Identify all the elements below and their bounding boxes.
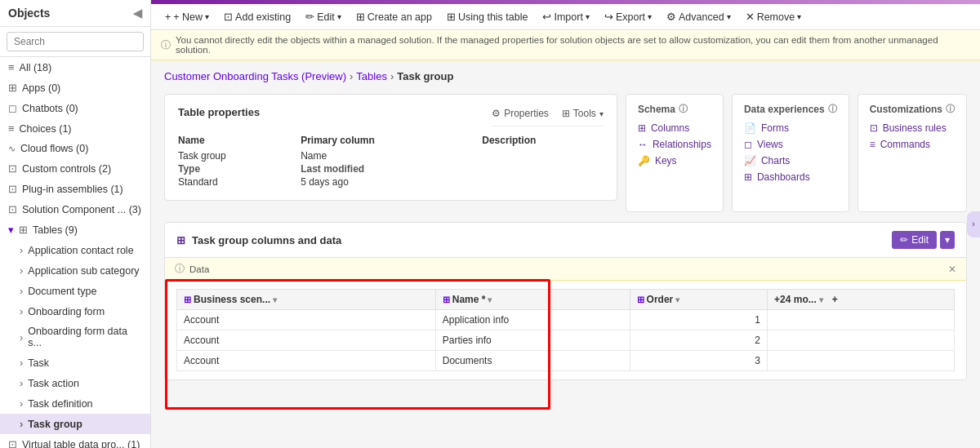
chevron-right-icon: › xyxy=(972,220,974,228)
sidebar-item-all[interactable]: ≡ All (18) xyxy=(0,57,150,78)
breadcrumb: Customer Onboarding Tasks (Preview) › Ta… xyxy=(164,70,967,82)
add-col-icon[interactable]: + xyxy=(832,294,838,305)
sidebar-items-list: ≡ All (18) ⊞ Apps (0) ◻ Chatbots (0) ≡ C… xyxy=(0,57,150,448)
sidebar-item-onboarding-form-data[interactable]: › Onboarding form data s... xyxy=(0,322,150,353)
data-exp-info-icon: ⓘ xyxy=(828,103,837,115)
sidebar-title: Objects xyxy=(8,7,50,20)
customizations-commands[interactable]: ≡ Commands xyxy=(870,136,955,153)
breadcrumb-part1[interactable]: Customer Onboarding Tasks (Preview) xyxy=(164,70,346,82)
chevron-right-icon: › xyxy=(20,264,23,277)
export-button[interactable]: ↪ Export ▾ xyxy=(599,8,657,25)
data-table-icon: ⊞ xyxy=(176,234,185,246)
sidebar-item-task-group[interactable]: › Task group xyxy=(0,414,150,434)
sidebar-item-task-definition[interactable]: › Task definition xyxy=(0,393,150,414)
name-value: Task group xyxy=(178,149,301,162)
schema-keys[interactable]: 🔑 Keys xyxy=(638,153,711,169)
import-label: Import xyxy=(554,11,582,23)
chatbots-icon: ◻ xyxy=(8,102,17,114)
solution-icon: ⊡ xyxy=(8,203,17,215)
advanced-button[interactable]: ⚙ Advanced ▾ xyxy=(661,8,737,25)
sidebar-item-cloud-flows[interactable]: ∿ Cloud flows (0) xyxy=(0,139,150,158)
tab-tools[interactable]: ⊞ Tools ▾ xyxy=(562,106,604,121)
new-button[interactable]: + + New ▾ xyxy=(159,9,215,25)
using-table-button[interactable]: ⊞ Using this table xyxy=(441,8,533,25)
data-exp-dashboards[interactable]: ⊞ Dashboards xyxy=(744,169,837,185)
name-col-icon: ⊞ xyxy=(443,295,450,305)
business-rules-icon: ⊡ xyxy=(870,122,878,134)
add-existing-button[interactable]: ⊡ Add existing xyxy=(218,8,296,25)
remove-label: Remove xyxy=(757,11,795,23)
chevron-right-icon: › xyxy=(20,244,23,256)
data-section-title: ⊞ Task group columns and data xyxy=(176,234,341,246)
sidebar-item-document-type[interactable]: › Document type xyxy=(0,281,150,301)
cloud-flows-icon: ∿ xyxy=(8,144,16,154)
chevron-right-icon: › xyxy=(20,397,23,410)
breadcrumb-part3: Task group xyxy=(397,70,453,82)
remove-button[interactable]: ✕ Remove ▾ xyxy=(740,8,808,25)
sidebar-item-label: Application sub category xyxy=(28,265,139,277)
breadcrumb-part2[interactable]: Tables xyxy=(356,70,387,82)
search-input[interactable] xyxy=(7,32,144,51)
row2-name: Parties info xyxy=(435,330,630,351)
sidebar-item-apps[interactable]: ⊞ Apps (0) xyxy=(0,78,150,98)
col0-arrow: ▾ xyxy=(273,295,277,304)
sidebar-item-label: Choices (1) xyxy=(20,123,72,135)
row2-business: Account xyxy=(177,330,436,351)
customizations-business-rules[interactable]: ⊡ Business rules xyxy=(870,120,955,136)
schema-columns[interactable]: ⊞ Columns xyxy=(638,120,711,136)
content-area: Customer Onboarding Tasks (Preview) › Ta… xyxy=(151,60,980,448)
create-app-button[interactable]: ⊞ Create an app xyxy=(350,8,438,25)
sidebar-item-task-action[interactable]: › Task action xyxy=(0,373,150,393)
sidebar-item-app-contact-role[interactable]: › Application contact role xyxy=(0,240,150,260)
col-business-scen[interactable]: ⊞ Business scen... ▾ xyxy=(177,290,436,310)
sidebar-item-chatbots[interactable]: ◻ Chatbots (0) xyxy=(0,98,150,118)
col-name[interactable]: ⊞ Name * ▾ xyxy=(435,290,630,310)
data-exp-charts[interactable]: 📈 Charts xyxy=(744,153,837,169)
sidebar-item-custom-controls[interactable]: ⊡ Custom controls (2) xyxy=(0,158,150,179)
properties-icon: ⚙ xyxy=(492,108,501,119)
dropdown-arrow: ▾ xyxy=(205,12,209,21)
edit-button-label: Edit xyxy=(911,234,929,246)
data-info-icon: ⓘ xyxy=(175,263,185,275)
sidebar-item-tables[interactable]: ▾ ⊞ Tables (9) xyxy=(0,220,150,240)
sidebar-item-solution-component[interactable]: ⊡ Solution Component ... (3) xyxy=(0,199,150,220)
table-row: Account Parties info 2 xyxy=(177,330,955,351)
data-exp-views[interactable]: ◻ Views xyxy=(744,136,837,153)
sidebar-item-label: Application contact role xyxy=(28,245,133,256)
data-section: ⊞ Task group columns and data ✏ Edit ▾ ⓘ… xyxy=(164,222,967,380)
sidebar-item-label: Virtual table data pro... (1) xyxy=(22,439,140,449)
sidebar-item-virtual-table-pro[interactable]: ⊡ Virtual table data pro... (1) xyxy=(0,434,150,448)
import-icon: ↩ xyxy=(542,11,551,23)
sidebar-item-label: Custom controls (2) xyxy=(22,163,111,175)
data-edit-dropdown[interactable]: ▾ xyxy=(940,231,955,249)
sidebar-item-onboarding-form[interactable]: › Onboarding form xyxy=(0,301,150,322)
sidebar-item-app-sub-category[interactable]: › Application sub category xyxy=(0,260,150,281)
dropdown-arrow: ▾ xyxy=(648,12,652,21)
sidebar-item-choices[interactable]: ≡ Choices (1) xyxy=(0,118,150,139)
edit-button[interactable]: ✏ Edit ▾ xyxy=(300,8,347,25)
row1-name: Application info xyxy=(435,310,630,330)
data-edit-button[interactable]: ✏ Edit xyxy=(892,231,937,249)
advanced-icon: ⚙ xyxy=(666,11,676,23)
data-close-icon[interactable]: ✕ xyxy=(948,264,956,275)
sidebar-item-plugin-assemblies[interactable]: ⊡ Plug-in assemblies (1) xyxy=(0,179,150,199)
breadcrumb-sep2: › xyxy=(390,70,394,82)
row2-order: 2 xyxy=(630,330,767,351)
warning-bar: ⓘ You cannot directly edit the objects w… xyxy=(151,30,980,60)
table-row: Account Documents 3 xyxy=(177,351,955,371)
collapse-icon[interactable]: ◀ xyxy=(133,7,142,20)
col-more[interactable]: +24 mo... ▾ + xyxy=(768,290,955,310)
table-properties-card: Table properties ⚙ Properties ⊞ Tools ▾ xyxy=(164,94,617,201)
col-order[interactable]: ⊞ Order ▾ xyxy=(630,290,767,310)
data-experiences-panel: Data experiences ⓘ 📄 Forms ◻ Views 📈 Cha… xyxy=(732,94,849,212)
chevron-right-icon: › xyxy=(20,377,23,389)
tab-properties[interactable]: ⚙ Properties xyxy=(492,106,549,121)
sidebar-item-task[interactable]: › Task xyxy=(0,353,150,373)
breadcrumb-sep1: › xyxy=(350,70,353,82)
right-scroll-arrow[interactable]: › xyxy=(967,211,980,237)
data-exp-forms[interactable]: 📄 Forms xyxy=(744,120,837,136)
col-name: Name xyxy=(178,133,301,149)
sidebar-item-label: Plug-in assemblies (1) xyxy=(22,184,123,195)
schema-relationships[interactable]: ↔ Relationships xyxy=(638,136,711,153)
import-button[interactable]: ↩ Import ▾ xyxy=(537,8,595,25)
